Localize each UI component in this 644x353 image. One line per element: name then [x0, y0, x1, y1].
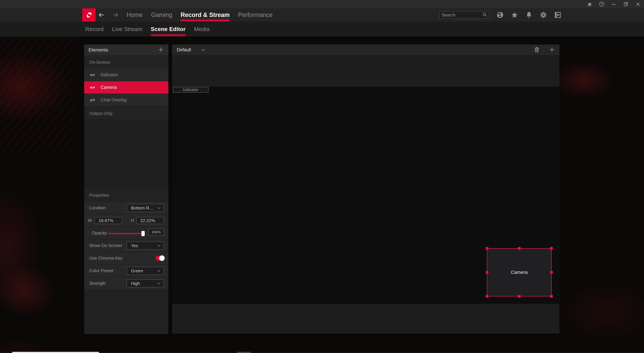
adrenalin-app-window: ? Home Gaming Record & Stream: [0, 0, 644, 353]
scene-element-indicator[interactable]: Indicator: [173, 87, 208, 92]
collapse-to-tray-icon[interactable]: [554, 8, 562, 22]
tab-media[interactable]: Media: [194, 22, 210, 36]
scene-element-camera-selected[interactable]: Camera: [487, 248, 552, 296]
opacity-slider[interactable]: [108, 233, 145, 234]
search-input[interactable]: Search: [439, 11, 490, 19]
height-input[interactable]: 22.22%: [136, 217, 164, 224]
tab-performance[interactable]: Performance: [238, 8, 272, 22]
row-show-on-screen: Show On Screen Yes: [84, 239, 168, 252]
resize-handle[interactable]: [550, 247, 553, 250]
scene-preview[interactable]: Indicator Camera: [172, 87, 560, 304]
elements-title: Elements: [88, 47, 108, 53]
element-row-chat-overlay[interactable]: Chat Overlay: [84, 94, 168, 106]
opacity-slider-handle[interactable]: [142, 231, 145, 236]
width-input[interactable]: 16.67%: [94, 217, 122, 224]
chevron-down-icon: [157, 269, 161, 273]
tab-scene-editor[interactable]: Scene Editor: [151, 22, 186, 36]
tab-live-stream[interactable]: Live Stream: [112, 22, 142, 36]
strength-value: High: [131, 281, 140, 286]
row-strength: Strength High: [84, 277, 168, 290]
resize-handle[interactable]: [518, 247, 520, 250]
resize-handle[interactable]: [486, 295, 488, 298]
chevron-down-icon: [200, 47, 206, 52]
resize-handle[interactable]: [486, 271, 488, 274]
scene-actions: [534, 44, 555, 56]
row-opacity: Opacity 100%: [84, 226, 168, 239]
main-navbar: Home Gaming Record & Stream Performance …: [0, 8, 644, 22]
element-row-camera[interactable]: Camera: [84, 81, 168, 94]
scene-selector-value: Default: [177, 47, 191, 52]
row-size: W 16.67% H 22.22%: [84, 214, 168, 226]
width-value: 16.67%: [98, 218, 113, 223]
settings-icon[interactable]: [539, 8, 548, 22]
taskbar-white-segment: [12, 352, 99, 353]
strength-dropdown[interactable]: High: [126, 280, 164, 288]
show-on-screen-label: Show On Screen: [89, 243, 122, 248]
star-icon[interactable]: [510, 8, 518, 22]
background-streaks: [0, 36, 77, 154]
show-on-screen-dropdown[interactable]: Yes: [126, 242, 164, 250]
titlebar: ?: [0, 0, 644, 8]
chevron-down-icon: [157, 206, 161, 210]
visibility-eye-icon: [90, 86, 95, 90]
section-output-only: Output Only: [84, 106, 168, 120]
forward-arrow-icon[interactable]: [111, 8, 121, 22]
resize-handle[interactable]: [486, 247, 488, 250]
record-stream-subnav: Record Live Stream Scene Editor Media: [0, 22, 644, 36]
back-arrow-icon[interactable]: [96, 8, 106, 22]
notifications-icon[interactable]: [525, 8, 533, 22]
opacity-value-box[interactable]: 100%: [148, 229, 164, 236]
chevron-down-icon: [157, 281, 161, 286]
section-label: On-Screen: [89, 60, 110, 65]
row-color-preset: Color Preset Green: [84, 264, 168, 277]
subnav-tabs: Record Live Stream Scene Editor Media: [85, 22, 210, 36]
visibility-eye-icon: [90, 73, 95, 77]
add-element-icon[interactable]: [158, 46, 164, 54]
row-use-chroma-key: Use Chroma Key: [84, 252, 168, 264]
elements-panel: Elements On-Screen Indicator Camera Chat…: [84, 44, 168, 334]
properties-empty-area: [84, 290, 168, 334]
color-preset-dropdown[interactable]: Green: [126, 267, 164, 275]
section-on-screen: On-Screen: [84, 55, 168, 69]
element-label: Indicator: [100, 72, 118, 78]
delete-scene-icon[interactable]: [534, 46, 540, 54]
tab-home[interactable]: Home: [126, 8, 143, 22]
tab-record[interactable]: Record: [85, 22, 104, 36]
toggle-knob: [159, 256, 165, 261]
restore-icon[interactable]: [620, 0, 632, 8]
resize-handle[interactable]: [550, 271, 553, 274]
element-label: Chat Overlay: [100, 98, 127, 103]
tab-gaming[interactable]: Gaming: [151, 8, 172, 22]
globe-icon[interactable]: [496, 8, 504, 22]
location-value: Bottom R...: [131, 206, 153, 211]
resize-handle[interactable]: [518, 295, 520, 298]
help-icon[interactable]: ?: [596, 0, 608, 8]
add-scene-icon[interactable]: [549, 46, 555, 54]
element-row-indicator[interactable]: Indicator: [84, 69, 168, 81]
nav-icon-group: [496, 8, 562, 22]
close-icon[interactable]: [632, 0, 644, 8]
search-icon[interactable]: [482, 12, 487, 18]
indicator-element-label: Indicator: [183, 87, 198, 92]
height-label: H: [131, 218, 134, 223]
use-chroma-key-toggle[interactable]: [156, 256, 164, 260]
taskbar-sliver: [0, 352, 644, 353]
taskbar-gray-segment: [237, 352, 251, 353]
show-on-screen-value: Yes: [131, 243, 138, 248]
tab-record-and-stream[interactable]: Record & Stream: [180, 8, 230, 22]
search-placeholder: Search: [442, 12, 455, 18]
properties-panel: Properties Location Bottom R... W 16.67%…: [84, 189, 168, 334]
resize-handle[interactable]: [550, 295, 553, 298]
opacity-label: Opacity: [92, 230, 107, 236]
bug-report-icon[interactable]: [584, 0, 596, 8]
row-location: Location Bottom R...: [84, 202, 168, 214]
use-chroma-key-label: Use Chroma Key: [89, 256, 122, 261]
color-preset-value: Green: [131, 268, 143, 274]
location-dropdown[interactable]: Bottom R...: [126, 204, 164, 212]
elements-panel-header: Elements: [84, 44, 168, 55]
opacity-value: 100%: [152, 230, 161, 234]
section-label: Output Only: [89, 111, 112, 116]
amd-logo[interactable]: [82, 8, 96, 22]
scene-selector-dropdown[interactable]: Default: [172, 47, 206, 52]
minimize-icon[interactable]: [608, 0, 620, 8]
